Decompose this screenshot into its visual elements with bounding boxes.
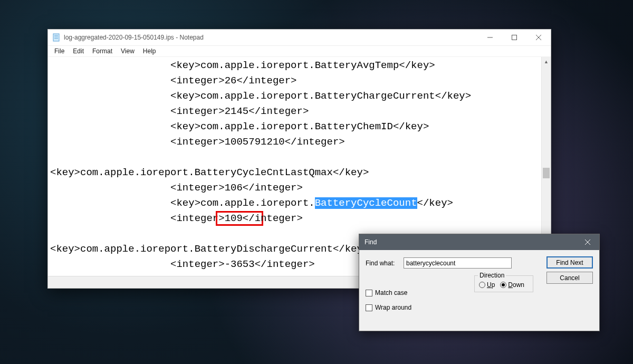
close-button[interactable] <box>526 30 551 45</box>
find-titlebar[interactable]: Find <box>359 234 599 250</box>
svg-rect-5 <box>512 35 517 40</box>
direction-group: Direction Up Down <box>474 275 533 292</box>
notepad-app-icon <box>52 33 61 42</box>
cancel-button[interactable]: Cancel <box>546 272 593 284</box>
checkbox-unchecked-icon <box>366 304 372 311</box>
find-what-label: Find what: <box>366 260 404 267</box>
wrap-around-checkbox[interactable]: Wrap around <box>366 304 411 311</box>
find-title: Find <box>365 238 576 246</box>
find-dialog: Find Find what: Find Next Cancel Directi… <box>359 234 600 331</box>
svg-rect-0 <box>53 34 59 41</box>
radio-checked-icon <box>500 282 506 288</box>
find-what-input[interactable] <box>404 257 512 269</box>
menu-format[interactable]: Format <box>88 47 117 55</box>
annotation-highlight-box: >109</i <box>216 211 263 226</box>
direction-up-radio[interactable]: Up <box>479 281 495 289</box>
menu-edit[interactable]: Edit <box>69 47 88 55</box>
direction-down-radio[interactable]: Down <box>500 281 524 289</box>
titlebar[interactable]: log-aggregated-2020-09-15-050149.ips - N… <box>48 30 551 46</box>
desktop-background: log-aggregated-2020-09-15-050149.ips - N… <box>0 0 633 364</box>
menu-view[interactable]: View <box>117 47 139 55</box>
scroll-thumb[interactable] <box>543 168 550 178</box>
window-title: log-aggregated-2020-09-15-050149.ips - N… <box>64 34 478 41</box>
selected-text: BatteryCycleCount <box>315 197 417 209</box>
find-next-button[interactable]: Find Next <box>546 256 593 269</box>
menu-help[interactable]: Help <box>139 47 160 55</box>
maximize-button[interactable] <box>502 30 526 45</box>
radio-unchecked-icon <box>479 282 485 288</box>
menu-file[interactable]: File <box>50 47 69 55</box>
direction-legend: Direction <box>478 272 506 279</box>
checkbox-unchecked-icon <box>366 290 372 296</box>
match-case-checkbox[interactable]: Match case <box>366 289 411 296</box>
scroll-up-arrow[interactable]: ▲ <box>542 57 551 66</box>
window-controls <box>478 30 551 45</box>
menubar: File Edit Format View Help <box>48 46 551 57</box>
minimize-button[interactable] <box>478 30 502 45</box>
find-close-button[interactable] <box>576 234 599 250</box>
